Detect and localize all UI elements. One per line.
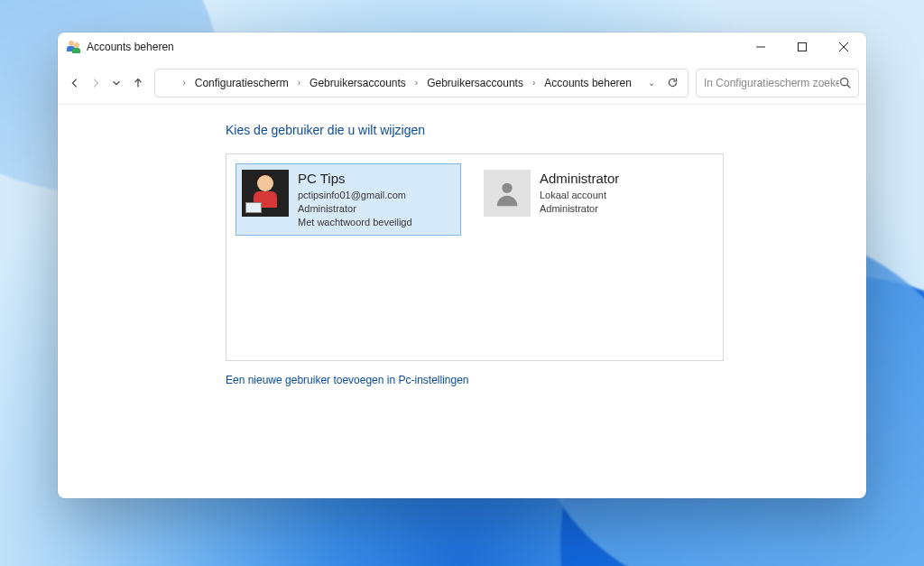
titlebar: Accounts beheren [58,32,866,61]
recent-locations-button[interactable] [107,69,126,97]
account-role: Administrator [298,202,412,216]
control-panel-window: Accounts beheren [58,32,866,498]
account-pc-tips[interactable]: PC Tips pctipsinfo01@gmail.com Administr… [236,163,461,236]
back-button[interactable] [65,69,84,97]
account-administrator[interactable]: Administrator Lokaal account Administrat… [477,163,703,223]
forward-button[interactable] [86,69,105,97]
add-user-link[interactable]: Een nieuwe gebruiker toevoegen in Pc-ins… [226,374,469,386]
breadcrumb-item[interactable]: Gebruikersaccounts [306,75,410,91]
account-info: Administrator Lokaal account Administrat… [540,170,619,217]
account-email: pctipsinfo01@gmail.com [298,189,412,202]
chevron-down-icon[interactable]: ⌄ [642,78,661,88]
page-heading: Kies de gebruiker die u wilt wijzigen [226,123,724,137]
close-button[interactable] [823,32,864,61]
refresh-button[interactable] [664,77,682,88]
content-area: Kies de gebruiker die u wilt wijzigen PC… [58,105,866,498]
chevron-right-icon: › [531,78,537,88]
breadcrumb-item[interactable]: Accounts beheren [541,75,635,91]
breadcrumb-item[interactable]: Gebruikersaccounts [423,75,527,91]
svg-point-1 [841,79,848,86]
avatar [242,170,289,217]
chevron-right-icon: › [180,78,187,88]
account-name: Administrator [540,170,619,188]
account-name: PC Tips [298,170,412,188]
chevron-right-icon: › [296,78,302,88]
minimize-button[interactable] [740,32,781,61]
user-accounts-icon [67,40,81,54]
search-icon [839,77,851,88]
account-role: Administrator [540,202,619,216]
breadcrumb-item[interactable]: Configuratiescherm [191,75,292,91]
search-box[interactable] [696,69,859,97]
account-info: PC Tips pctipsinfo01@gmail.com Administr… [298,170,412,229]
maximize-button[interactable] [781,32,823,61]
window-title: Accounts beheren [87,41,174,53]
chevron-right-icon: › [413,78,420,88]
person-icon [492,178,522,209]
accounts-list: PC Tips pctipsinfo01@gmail.com Administr… [226,153,724,361]
address-bar[interactable]: › Configuratiescherm › Gebruikersaccount… [154,69,688,97]
account-type: Lokaal account [540,189,619,202]
navigation-bar: › Configuratiescherm › Gebruikersaccount… [58,61,866,105]
svg-rect-0 [799,43,807,51]
search-input[interactable] [704,77,839,89]
avatar [484,170,531,217]
account-extra: Met wachtwoord beveiligd [298,216,412,229]
user-accounts-icon [161,76,175,90]
svg-point-2 [502,183,512,193]
up-button[interactable] [128,69,147,97]
